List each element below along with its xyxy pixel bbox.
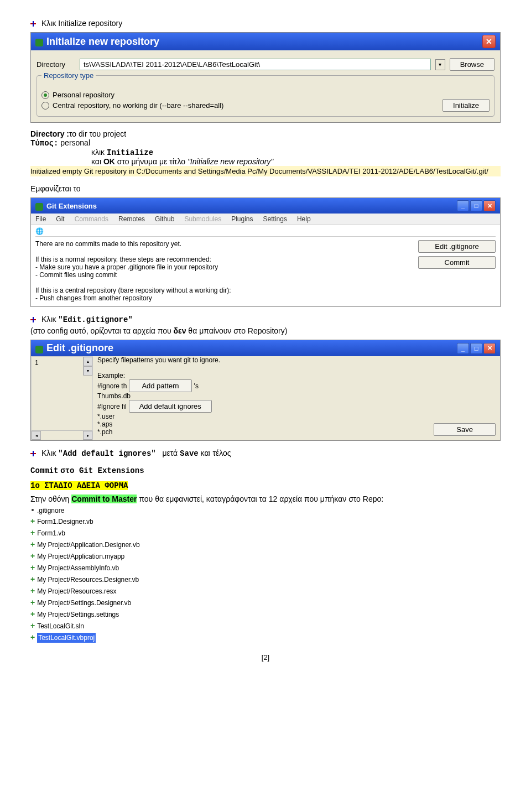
app-icon	[35, 39, 43, 46]
and-word: και	[91, 157, 101, 166]
ex-line6: *.pch	[97, 428, 428, 436]
page-number: [2]	[30, 653, 501, 662]
initialize-button[interactable]: Initialize	[442, 99, 490, 112]
plus-icon: +	[30, 632, 35, 643]
directory-input[interactable]: ts\VASSILADA\TEI 2011-2012\ADE\LAB6\Test…	[80, 59, 431, 70]
menu-submodules: Submodules	[184, 215, 221, 223]
list-item: +My Project/Settings.settings	[30, 608, 501, 620]
line-number-panel: 1 ▴▾ ◂▸	[31, 356, 93, 440]
menubar[interactable]: File Git Commands Remotes Github Submodu…	[31, 214, 500, 225]
type-term: Τύπος:	[30, 139, 58, 148]
plus-icon: +	[30, 539, 35, 550]
gitext-title: Git Extensions	[46, 202, 97, 210]
initialize-dialog: Initialize new repository ✕ Directory ts…	[30, 32, 501, 123]
globe-icon: 🌐	[35, 226, 496, 237]
plus-icon: +	[30, 620, 35, 632]
add-pattern-button[interactable]: Add pattern	[129, 379, 191, 392]
menu-file[interactable]: File	[35, 215, 46, 223]
plus-icon: +	[30, 608, 35, 620]
gitignore-title: Edit .gitignore	[46, 342, 113, 354]
dir-desc: το dir του project	[69, 129, 126, 138]
edit-gitignore-button[interactable]: Edit .gitignore	[418, 240, 496, 253]
group-label: Repository type	[41, 71, 96, 80]
msg-title: "Initialize new repository"	[188, 157, 273, 166]
chevron-down-icon[interactable]: ▾	[435, 59, 445, 70]
dot-icon	[32, 509, 34, 511]
close-icon[interactable]: ✕	[483, 200, 496, 211]
add-def-cmd: "Add default ignores"	[58, 449, 155, 458]
bullet-icon	[30, 451, 36, 456]
edit-gitignore-cmd: "Edit.gitignore"	[58, 315, 132, 324]
radio-personal-label: Personal repository	[53, 91, 114, 99]
file-list: .gitignore +Form1.Designer.vb +Form1.vb …	[30, 506, 501, 643]
list-item: +My Project/AssemblyInfo.vb	[30, 562, 501, 574]
menu-remotes[interactable]: Remotes	[118, 215, 145, 223]
ex-line2: Thumbs.db	[97, 392, 496, 400]
save-word: Save	[180, 449, 199, 458]
step-gitignore: - Make sure you have a proper .gitignore…	[35, 263, 413, 271]
dir-term: Directory :	[30, 129, 69, 138]
list-item: +My Project/Resources.resx	[30, 585, 501, 597]
menu-plugins[interactable]: Plugins	[231, 215, 253, 223]
click-word: κλικ	[91, 148, 105, 157]
click-word2: Κλικ	[41, 315, 56, 324]
maximize-icon[interactable]: □	[470, 200, 482, 211]
commit-to-master: Commit to Master	[71, 495, 137, 503]
bullet-icon	[30, 317, 36, 322]
end-word: και τέλος	[201, 449, 231, 457]
list-item: +My Project/Settings.Designer.vb	[30, 597, 501, 608]
config-note-a: (στο config αυτό, ορίζονται τα αρχεία πο…	[30, 326, 174, 335]
list-item: +My Project/Application.myapp	[30, 550, 501, 562]
list-item: +My Project/Resources.Designer.vb	[30, 574, 501, 585]
list-item: +Form1.Designer.vb	[30, 516, 501, 527]
init-word: Initialize	[107, 148, 153, 157]
msg-phrase: στο μήνυμα με τίτλο	[117, 157, 185, 166]
scrollbar-vertical[interactable]: ▴▾	[83, 357, 92, 376]
ex-line1: #ignore th	[97, 382, 127, 390]
radio-central[interactable]: Central repository, no working dir (--ba…	[41, 101, 442, 110]
maximize-icon[interactable]: □	[470, 343, 482, 354]
close-icon[interactable]: ✕	[482, 35, 496, 48]
gitignore-dialog: Edit .gitignore _ □ ✕ 1 ▴▾ ◂▸ Specify fi…	[30, 340, 501, 441]
plus-icon: +	[30, 585, 35, 597]
save-button[interactable]: Save	[434, 423, 496, 436]
list-item: +TestLocalGit.sln	[30, 620, 501, 632]
central-repo-text: If this is a central repository (bare re…	[35, 287, 413, 294]
close-icon[interactable]: ✕	[483, 343, 496, 354]
browse-button[interactable]: Browse	[450, 58, 494, 71]
minimize-icon[interactable]: _	[457, 200, 469, 211]
config-note-b: δεν	[174, 326, 186, 335]
scrollbar-horizontal[interactable]: ◂▸	[32, 430, 92, 440]
init-output: Initialized empty Git repository in C:/D…	[30, 166, 501, 176]
svg-rect-3	[33, 317, 34, 322]
no-commits-text: There are no commits made to this reposi…	[35, 240, 413, 248]
radio-central-label: Central repository, no working dir (--ba…	[53, 101, 223, 110]
commit-button[interactable]: Commit	[418, 256, 496, 269]
bullet-icon	[30, 21, 36, 27]
commit-line-a: Στην οθόνη	[30, 495, 69, 503]
plus-icon: +	[30, 550, 35, 562]
plus-icon: +	[30, 574, 35, 585]
minimize-icon[interactable]: _	[457, 343, 469, 354]
menu-github[interactable]: Github	[155, 215, 174, 223]
menu-settings[interactable]: Settings	[263, 215, 287, 223]
step-push: - Push changes from another repository	[35, 294, 413, 302]
ex-line1b: 's	[194, 382, 199, 390]
app-icon	[35, 203, 43, 211]
after-word: μετά	[162, 449, 178, 457]
radio-personal[interactable]: Personal repository	[41, 91, 442, 99]
git-extensions-window: Git Extensions _ □ ✕ File Git Commands R…	[30, 197, 501, 307]
commit-line-c: που θα εμφανιστεί, καταγράφονται τα 12 α…	[139, 495, 383, 503]
appears-text: Εμφανίζεται το	[30, 184, 501, 193]
ok-word: ΟΚ	[103, 157, 115, 166]
specify-text: Specify filepatterns you want git to ign…	[97, 356, 496, 364]
ex-line4: *.user	[97, 413, 496, 420]
stage-heading: 1ο ΣΤΑΔΙΟ ΑΔΕΙΑ ΦΟΡΜΑ	[30, 481, 128, 490]
list-item: +Form1.vb	[30, 527, 501, 539]
app-icon	[35, 346, 43, 353]
add-default-ignores-button[interactable]: Add default ignores	[129, 400, 212, 413]
menu-help[interactable]: Help	[297, 215, 311, 223]
plus-icon: +	[30, 597, 35, 608]
list-item: +My Project/Application.Designer.vb	[30, 539, 501, 550]
menu-git[interactable]: Git	[56, 215, 64, 223]
